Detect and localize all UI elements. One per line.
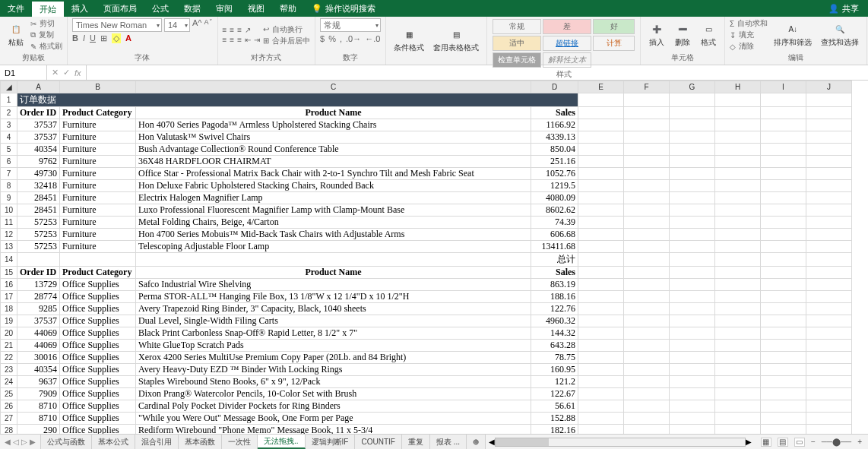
inc-decimal[interactable]: .0→ [346,34,361,43]
cell[interactable] [715,106,761,119]
cell[interactable] [578,339,624,351]
cell[interactable]: 188.16 [531,290,578,302]
cell[interactable]: Hon 4070 Series Pagoda™ Armless Upholste… [136,119,531,131]
row-header[interactable]: 21 [1,339,17,351]
tab-data[interactable]: 数据 [176,0,208,17]
cell[interactable] [624,424,670,434]
shrink-font[interactable]: A˅ [204,18,213,32]
spreadsheet-grid[interactable]: ◢ABCDEFGHIJ1订单数据2Order IDProduct Categor… [0,81,868,434]
cell[interactable] [578,375,624,387]
cell[interactable] [715,375,761,387]
cell[interactable]: 1166.92 [531,119,578,131]
cell[interactable] [670,240,715,252]
cell[interactable] [624,240,670,252]
view-normal[interactable]: ▦ [761,438,771,447]
cell[interactable] [670,339,715,351]
cell[interactable]: 8602.62 [531,204,578,216]
cell[interactable]: 4339.13 [531,131,578,143]
cell[interactable]: 4960.32 [531,315,578,327]
row-header[interactable]: 20 [1,327,17,339]
style-neutral[interactable]: 适中 [493,36,541,51]
cell[interactable] [624,278,670,290]
cell[interactable] [578,252,624,266]
cell[interactable] [578,387,624,400]
cell[interactable]: Bush Advantage Collection® Round Confere… [136,143,531,155]
cell[interactable] [578,363,624,375]
cell[interactable]: 40354 [17,143,60,155]
cell[interactable] [806,315,852,327]
cell[interactable] [715,278,761,290]
cell[interactable] [806,143,852,155]
font-size-select[interactable]: 14 [164,18,190,32]
cell[interactable] [578,240,624,252]
cell[interactable] [806,302,852,315]
row-header[interactable]: 9 [1,191,17,204]
cell[interactable] [578,167,624,179]
cell[interactable]: Office Star - Professional Matrix Back C… [136,167,531,179]
cell[interactable]: Product Category [60,266,136,278]
cell[interactable] [624,327,670,339]
cell[interactable] [715,93,761,106]
tab-insert[interactable]: 插入 [64,0,96,17]
zoom-in[interactable]: + [857,438,862,446]
cell[interactable] [624,290,670,302]
cell[interactable]: 182.16 [531,424,578,434]
row-header[interactable]: 4 [1,131,17,143]
row-header[interactable]: 10 [1,204,17,216]
cell[interactable]: Furniture [60,155,136,167]
cell[interactable]: 160.95 [531,363,578,375]
cell[interactable]: 251.16 [531,155,578,167]
cell[interactable] [624,339,670,351]
cell[interactable] [761,228,806,240]
row-header[interactable]: 27 [1,412,17,424]
sheet-tab[interactable]: 公式与函数 [41,435,92,449]
cell[interactable] [670,315,715,327]
cell[interactable] [578,266,624,278]
cell[interactable]: Office Supplies [60,351,136,363]
cell[interactable] [578,290,624,302]
cell[interactable] [715,339,761,351]
cell[interactable] [761,143,806,155]
row-header[interactable]: 26 [1,400,17,412]
merge-button[interactable]: ⊞合并后居中 [263,36,310,46]
cell[interactable] [578,204,624,216]
row-header[interactable]: 5 [1,143,17,155]
cell[interactable] [624,191,670,204]
align-right[interactable]: ≡ [237,36,242,44]
align-left[interactable]: ≡ [223,36,227,44]
row-header[interactable]: 18 [1,302,17,315]
cell[interactable] [578,216,624,228]
cell[interactable] [761,363,806,375]
grow-font[interactable]: A^ [192,18,202,32]
cell[interactable] [624,119,670,131]
cell[interactable]: 28451 [17,191,60,204]
bold-button[interactable]: B [72,33,78,43]
sheet-nav-next[interactable]: ▷ [21,438,27,446]
row-header[interactable]: 14 [1,252,17,266]
cell[interactable] [761,327,806,339]
cell[interactable]: 122.67 [531,387,578,400]
number-format-select[interactable]: 常规 [320,18,381,32]
cell[interactable]: Furniture [60,119,136,131]
cell[interactable]: Order ID [17,266,60,278]
cell[interactable] [715,228,761,240]
cell[interactable] [806,252,852,266]
cell[interactable] [761,315,806,327]
cell[interactable]: 13411.68 [531,240,578,252]
zoom-out[interactable]: − [811,438,816,446]
cell[interactable]: Office Supplies [60,315,136,327]
cell[interactable]: Product Name [136,106,531,119]
cell[interactable]: 290 [17,424,60,434]
cell[interactable]: Furniture [60,240,136,252]
cell[interactable] [761,240,806,252]
cell[interactable] [624,363,670,375]
cell[interactable] [136,252,531,266]
cell[interactable]: 8710 [17,400,60,412]
row-header[interactable]: 17 [1,290,17,302]
sheet-nav-last[interactable]: ▶ [30,438,36,446]
style-good[interactable]: 好 [593,19,635,34]
indent-dec[interactable]: ⇤ [245,36,251,44]
cell[interactable] [670,119,715,131]
cell[interactable] [578,131,624,143]
cell[interactable] [715,155,761,167]
